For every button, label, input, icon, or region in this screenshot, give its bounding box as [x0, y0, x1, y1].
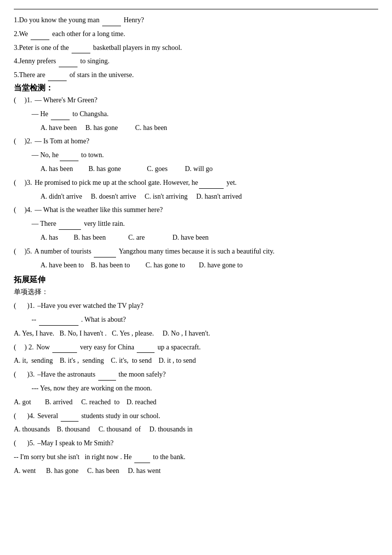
q4-answer-row: — There very little rain.: [14, 218, 378, 230]
q5-stem-row: ( )5. A number of tourists Yangzhou many…: [14, 246, 378, 257]
q1-bracket: (: [14, 94, 23, 106]
fill-blank-3: 3.Peter is one of the basketball players…: [14, 42, 378, 54]
s2q5-answer-row: -- I'm sorry but she isn't in right now …: [14, 451, 378, 463]
q2-stem-row: ( )2. — Is Tom at home?: [14, 135, 378, 147]
q2-answer-row: — No, he to town.: [14, 149, 378, 161]
s2q1-stem-row: ( )1. –Have you ever watched the TV play…: [14, 300, 378, 312]
q5-options: A. have been to B. has been to C. has go…: [14, 259, 378, 271]
s2q2-stem-row: ( ) 2. Now very easy for China up a spac…: [14, 342, 378, 353]
q1-options: A. have been B. has gone C. has been: [14, 122, 378, 134]
s2q5-stem-row: ( )5. –May I speak to Mr Smith?: [14, 437, 378, 449]
s2q5-options: A. went B. has gone C. has been D. has w…: [14, 465, 378, 477]
q1-num: )1.: [25, 94, 32, 106]
s2q1-options: A. Yes, I have. B. No, I haven't . C. Ye…: [14, 328, 378, 340]
section2-heading: 拓展延伸: [14, 275, 378, 285]
s2q2-options: A. it, sending B. it's , sending C. it's…: [14, 355, 378, 367]
top-divider: [14, 9, 378, 9]
q4-options: A. has B. has been C. are D. have been: [14, 232, 378, 244]
section2-sub: 单项选择：: [14, 286, 378, 298]
s2q4-options: A. thousands B. thousand C. thousand of …: [14, 424, 378, 435]
q3-options: A. didn't arrive B. doesn't arrive C. is…: [14, 191, 378, 203]
s2q1-answer-row: -- . What is about?: [14, 314, 378, 326]
q2-options: A. has been B. has gone C. goes D. will …: [14, 163, 378, 175]
fill-blank-4: 4.Jenny prefers to singing.: [14, 55, 378, 67]
s2q3-options: A. got B. arrived C. reached to D. reach…: [14, 396, 378, 408]
q4-stem-row: ( )4. — What is the weather like this su…: [14, 204, 378, 216]
q1-stem-row: ( )1. — Where's Mr Green?: [14, 94, 378, 106]
fill-blank-1: 1.Do you know the young man Henry?: [14, 14, 378, 26]
section1-heading: 当堂检测：: [14, 83, 378, 93]
s2q4-stem-row: ( )4. Several students study in our scho…: [14, 410, 378, 422]
s2q3-stem-row: ( )3. –Have the astronauts the moon safe…: [14, 369, 378, 381]
q3-stem-row: ( )3. He promised to pick me up at the s…: [14, 177, 378, 189]
q1-answer-row: — He to Changsha.: [14, 108, 378, 120]
fill-blank-5: 5.There are of stars in the universe.: [14, 69, 378, 81]
s2q3-answer-row: --- Yes, now they are working on the moo…: [14, 383, 378, 394]
fill-blank-2: 2.We each other for a long time.: [14, 28, 378, 40]
